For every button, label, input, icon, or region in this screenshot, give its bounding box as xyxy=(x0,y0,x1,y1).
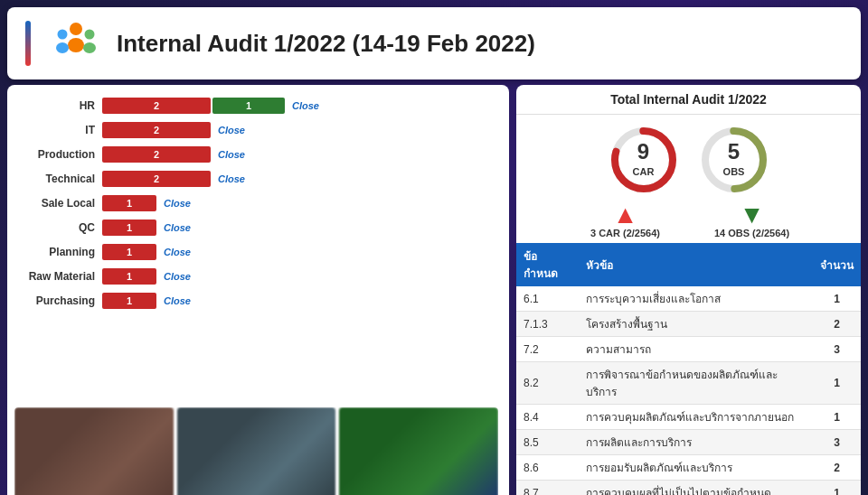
table-cell-code: 8.5 xyxy=(516,430,579,455)
col-header-code: ข้อกำหนด xyxy=(516,243,579,286)
table-row: 8.2การพิจารณาข้อกำหนดของผลิตภัณฑ์และบริก… xyxy=(516,362,861,405)
chart-area: HR21CloseIT2CloseProduction2CloseTechnic… xyxy=(21,96,495,311)
bar-container: 21Close xyxy=(102,97,495,115)
chart-row-label: Technical xyxy=(21,173,102,185)
chart-row: Sale Local1Close xyxy=(21,193,495,213)
arrow-obs-item: ▼ 14 OBS (2/2564) xyxy=(698,202,807,238)
chart-row-label: Sale Local xyxy=(21,197,102,210)
table-cell-count: 2 xyxy=(813,312,861,337)
content-area: HR21CloseIT2CloseProduction2CloseTechnic… xyxy=(0,85,868,495)
table-cell-topic: การควบคุมผลิตภัณฑ์และบริการจากภายนอก xyxy=(579,405,813,430)
chart-row-label: Production xyxy=(21,148,102,161)
bar-container: 2Close xyxy=(102,121,495,139)
table-row: 8.5การผลิตและการบริการ3 xyxy=(516,430,861,455)
bar-red: 2 xyxy=(102,98,211,114)
close-label: Close xyxy=(218,125,245,135)
chart-row: QC1Close xyxy=(21,218,495,238)
audit-table: ข้อกำหนด หัวข้อ จำนวน 6.1การระบุความเสี่… xyxy=(516,243,861,495)
table-row: 7.2ความสามารถ3 xyxy=(516,337,861,362)
arrow-up-icon: ▲ xyxy=(613,202,638,228)
bar-container: 2Close xyxy=(102,145,495,163)
chart-row: HR21Close xyxy=(21,96,495,116)
close-label: Close xyxy=(218,173,245,184)
table-cell-code: 8.4 xyxy=(516,405,579,430)
chart-row: Technical2Close xyxy=(21,169,495,189)
image-3 xyxy=(339,407,498,495)
col-header-count: จำนวน xyxy=(813,243,861,286)
close-label: Close xyxy=(164,222,191,233)
table-cell-code: 6.1 xyxy=(516,286,579,312)
people-icon xyxy=(49,16,103,70)
arrow-car-text: 3 CAR (2/2564) xyxy=(590,228,660,238)
svg-point-2 xyxy=(58,30,68,40)
table-cell-count: 1 xyxy=(813,362,861,405)
chart-row-label: HR xyxy=(21,99,102,112)
gauge-obs-number: 5 xyxy=(723,141,745,163)
arrow-car-item: ▲ 3 CAR (2/2564) xyxy=(571,202,680,238)
table-cell-code: 7.2 xyxy=(516,337,579,362)
table-cell-topic: การยอมรับผลิตภัณฑ์และบริการ xyxy=(579,455,813,481)
table-cell-topic: การผลิตและการบริการ xyxy=(579,430,813,455)
bar-red: 1 xyxy=(102,219,156,236)
right-panel-title: Total Internal Audit 1/2022 xyxy=(516,85,861,115)
chart-row-label: QC xyxy=(21,221,102,234)
gauge-obs-circle: 5 OBS xyxy=(698,124,770,196)
svg-point-5 xyxy=(83,42,96,53)
arrow-row: ▲ 3 CAR (2/2564) ▼ 14 OBS (2/2564) xyxy=(516,201,861,243)
close-label: Close xyxy=(164,295,191,306)
table-cell-code: 7.1.3 xyxy=(516,312,579,337)
right-panel: Total Internal Audit 1/2022 9 CAR xyxy=(516,85,861,495)
table-cell-topic: การระบุความเสี่ยงและโอกาส xyxy=(579,286,813,312)
bar-container: 1Close xyxy=(102,243,495,261)
svg-point-1 xyxy=(68,38,84,52)
gauge-car-circle: 9 CAR xyxy=(608,124,680,196)
image-2 xyxy=(177,407,336,495)
bar-container: 1Close xyxy=(102,219,495,237)
table-row: 8.7การควบคุมผลที่ไม่เป็นไปตามข้อกำหนด1 xyxy=(516,481,861,496)
bar-red: 1 xyxy=(102,244,156,260)
header-accent-bar xyxy=(25,21,31,66)
bar-container: 1Close xyxy=(102,267,495,285)
table-header-row: ข้อกำหนด หัวข้อ จำนวน xyxy=(516,243,861,286)
table-row: 6.1การระบุความเสี่ยงและโอกาส1 xyxy=(516,286,861,312)
table-row: 8.4การควบคุมผลิตภัณฑ์และบริการจากภายนอก1 xyxy=(516,405,861,430)
svg-point-3 xyxy=(56,42,69,53)
bar-red: 2 xyxy=(102,122,211,138)
close-label: Close xyxy=(218,149,245,160)
gauge-car-value: 9 CAR xyxy=(633,141,655,179)
table-row: 8.6การยอมรับผลิตภัณฑ์และบริการ2 xyxy=(516,455,861,481)
bar-red: 2 xyxy=(102,171,211,187)
close-label: Close xyxy=(164,198,191,209)
close-label: Close xyxy=(164,247,191,257)
main-container: Internal Audit 1/2022 (14-19 Feb 2022) H… xyxy=(0,0,868,495)
bar-green: 1 xyxy=(212,98,285,114)
image-1 xyxy=(14,407,174,495)
images-area xyxy=(14,407,498,495)
arrow-obs-text: 14 OBS (2/2564) xyxy=(714,228,789,238)
bar-red: 1 xyxy=(102,268,156,285)
table-cell-count: 3 xyxy=(813,337,861,362)
table-row: 7.1.3โครงสร้างพื้นฐาน2 xyxy=(516,312,861,337)
chart-row-label: IT xyxy=(21,124,102,136)
table-cell-count: 2 xyxy=(813,455,861,481)
chart-row: IT2Close xyxy=(21,120,495,140)
chart-row-label: Purchasing xyxy=(21,294,102,307)
close-label: Close xyxy=(164,271,191,282)
chart-row-label: Planning xyxy=(21,246,102,258)
table-cell-topic: ความสามารถ xyxy=(579,337,813,362)
gauge-car-label: CAR xyxy=(633,166,655,177)
bar-red: 2 xyxy=(102,146,211,163)
chart-row: Purchasing1Close xyxy=(21,291,495,311)
table-cell-topic: การพิจารณาข้อกำหนดของผลิตภัณฑ์และบริการ xyxy=(579,362,813,405)
col-header-topic: หัวข้อ xyxy=(579,243,813,286)
bar-red: 1 xyxy=(102,195,156,211)
bar-container: 1Close xyxy=(102,194,495,212)
table-cell-topic: โครงสร้างพื้นฐาน xyxy=(579,312,813,337)
bar-container: 1Close xyxy=(102,292,495,310)
bar-red: 1 xyxy=(102,293,156,309)
gauge-car: 9 CAR xyxy=(608,124,680,196)
table-cell-count: 3 xyxy=(813,430,861,455)
svg-point-0 xyxy=(70,23,82,35)
gauge-obs-label: OBS xyxy=(723,166,745,177)
header-bar: Internal Audit 1/2022 (14-19 Feb 2022) xyxy=(7,7,861,79)
